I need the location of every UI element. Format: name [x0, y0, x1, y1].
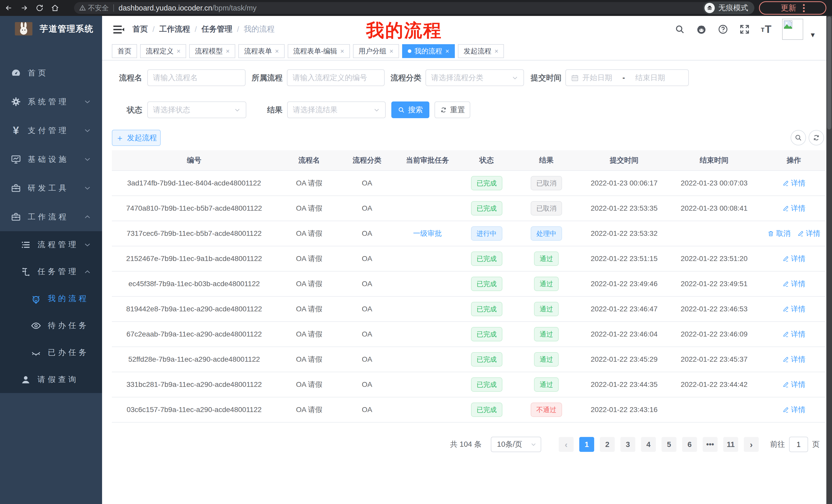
pencil-icon — [782, 306, 789, 312]
detail-action-link[interactable]: 详情 — [782, 355, 806, 364]
tab-发起流程[interactable]: 发起流程× — [458, 44, 504, 58]
browser-reload-button[interactable] — [33, 1, 46, 15]
page-button-2[interactable]: 2 — [600, 437, 615, 452]
reset-button[interactable]: 重置 — [435, 102, 470, 118]
github-icon[interactable] — [696, 24, 707, 35]
pencil-icon — [782, 281, 789, 287]
sidebar-item-支付管理[interactable]: ¥支付管理 — [0, 116, 102, 145]
address-bar[interactable]: 不安全 dashboard.yudao.iocoder.cn/bpm/task/… — [74, 2, 734, 14]
browser-forward-button[interactable] — [18, 1, 31, 15]
status-badge: 已完成 — [471, 302, 502, 316]
page-url[interactable]: dashboard.yudao.iocoder.cn/bpm/task/my — [119, 4, 257, 12]
detail-action-link[interactable]: 详情 — [782, 380, 806, 389]
detail-action-link[interactable]: 详情 — [782, 329, 806, 339]
prev-page-button[interactable]: ‹ — [559, 437, 574, 452]
close-tab-icon[interactable]: × — [390, 47, 393, 55]
sidebar-item-研发工具[interactable]: 研发工具 — [0, 174, 102, 202]
page-button-1[interactable]: 1 — [579, 437, 594, 452]
detail-action-link[interactable]: 详情 — [782, 203, 806, 213]
detail-action-link[interactable]: 详情 — [797, 229, 821, 239]
submit-time-range-picker[interactable]: 开始日期 - 结束日期 — [565, 69, 689, 86]
cell-status: 已完成 — [463, 402, 510, 417]
sidebar-collapse-icon[interactable] — [113, 24, 125, 35]
search-button[interactable]: 搜索 — [391, 102, 430, 118]
sidebar-item-首页[interactable]: 首页 — [0, 59, 102, 87]
refresh-button[interactable] — [809, 130, 824, 145]
sidebar-item-待办任务[interactable]: 待办任务 — [0, 312, 102, 339]
main-content: 流程名 所属流程 流程分类 请选择流程分类 提交时间 开始日期 - 结束日期 状… — [102, 61, 826, 504]
app-logo[interactable]: 芋道管理系统 — [0, 16, 102, 41]
chevron-down-icon — [83, 156, 91, 163]
cell-name: OA 请假 — [277, 405, 342, 415]
page-scrollbar[interactable] — [826, 16, 832, 504]
page-size-select[interactable]: 10条/页 — [491, 437, 541, 452]
browser-update-button[interactable]: 更新 — [759, 1, 826, 15]
sidebar-item-流程管理[interactable]: 流程管理 — [0, 231, 102, 258]
result-select[interactable]: 请选择流结果 — [287, 102, 386, 118]
detail-action-link[interactable]: 详情 — [782, 304, 806, 314]
tab-用户分组[interactable]: 用户分组× — [353, 44, 399, 58]
sidebar-item-系统管理[interactable]: 系统管理 — [0, 87, 102, 116]
browser-menu-icon[interactable] — [803, 4, 805, 12]
close-tab-icon[interactable]: × — [275, 47, 279, 55]
goto-page-input[interactable] — [789, 437, 808, 452]
help-icon[interactable] — [717, 24, 729, 35]
chevron-down-icon — [530, 441, 537, 447]
breadcrumb-task[interactable]: 任务管理 — [202, 24, 232, 34]
scrollbar-thumb[interactable] — [827, 17, 831, 130]
end-date-placeholder[interactable]: 结束日期 — [635, 73, 665, 83]
tab-我的流程[interactable]: 我的流程× — [402, 44, 455, 58]
sidebar-item-任务管理[interactable]: 任务管理 — [0, 258, 102, 285]
close-tab-icon[interactable]: × — [494, 47, 498, 55]
show-search-button[interactable] — [790, 130, 806, 145]
detail-action-link[interactable]: 详情 — [782, 279, 806, 289]
next-page-button[interactable]: › — [744, 437, 759, 452]
column-header-提交时间: 提交时间 — [582, 156, 666, 165]
table-header-row: 编号流程名流程分类当前审批任务状态结果提交时间结束时间操作 — [112, 150, 825, 171]
sidebar-item-基础设施[interactable]: 基础设施 — [0, 145, 102, 174]
search-icon[interactable] — [674, 24, 685, 35]
detail-action-link[interactable]: 详情 — [782, 178, 806, 188]
start-date-placeholder[interactable]: 开始日期 — [582, 73, 612, 83]
page-button-11[interactable]: 11 — [723, 437, 738, 452]
sidebar-item-请假查询[interactable]: 请假查询 — [0, 366, 102, 393]
task-link[interactable]: 一级审批 — [413, 229, 442, 239]
security-warning[interactable]: 不安全 — [79, 3, 109, 12]
cancel-action-link[interactable]: 取消 — [768, 229, 790, 239]
sidebar-item-已办任务[interactable]: 已办任务 — [0, 339, 102, 366]
detail-action-link[interactable]: 详情 — [782, 254, 806, 263]
close-tab-icon[interactable]: × — [177, 47, 181, 55]
sidebar-item-工作流程[interactable]: 工作流程 — [0, 202, 102, 231]
tab-流程表单-编辑[interactable]: 流程表单-编辑× — [288, 44, 350, 58]
browser-home-button[interactable] — [48, 1, 62, 15]
close-tab-icon[interactable]: × — [445, 47, 449, 55]
pencil-icon — [782, 331, 789, 338]
cell-end-time: 2022-01-22 23:44:42 — [666, 381, 762, 389]
breadcrumb-home[interactable]: 首页 — [132, 24, 148, 34]
avatar-caret-icon[interactable]: ▼ — [809, 31, 816, 39]
tab-流程模型[interactable]: 流程模型× — [189, 44, 235, 58]
page-button-6[interactable]: 6 — [682, 437, 697, 452]
sidebar-item-我的流程[interactable]: 我的流程 — [0, 285, 102, 312]
page-button-5[interactable]: 5 — [661, 437, 676, 452]
cell-actions: 详情 — [762, 203, 825, 213]
browser-back-button[interactable] — [2, 1, 16, 15]
close-tab-icon[interactable]: × — [226, 47, 230, 55]
tab-流程定义[interactable]: 流程定义× — [140, 44, 186, 58]
detail-action-link[interactable]: 详情 — [782, 405, 806, 415]
incognito-badge: 无痕模式 — [703, 2, 754, 15]
cell-result: 通过 — [510, 352, 582, 367]
page-button-3[interactable]: 3 — [620, 437, 635, 452]
cell-category: OA — [342, 204, 392, 213]
create-process-button[interactable]: ＋ 发起流程 — [112, 130, 161, 146]
close-tab-icon[interactable]: × — [340, 47, 344, 55]
page-button-4[interactable]: 4 — [641, 437, 656, 452]
tab-流程表单[interactable]: 流程表单× — [238, 44, 284, 58]
font-size-icon[interactable]: ᴛT — [760, 24, 772, 35]
page-ellipsis[interactable]: ••• — [703, 437, 718, 452]
avatar[interactable] — [782, 19, 803, 40]
monitor-icon — [10, 153, 22, 165]
breadcrumb-workflow[interactable]: 工作流程 — [159, 24, 190, 34]
fullscreen-icon[interactable] — [739, 24, 750, 35]
tab-首页[interactable]: 首页 — [112, 44, 137, 58]
